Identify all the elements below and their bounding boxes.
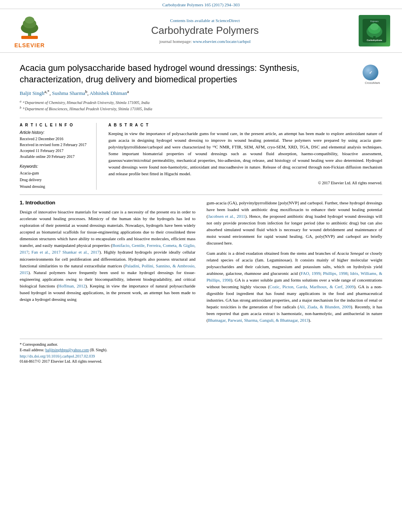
journal-title: Carbohydrate Polymers (59, 24, 351, 37)
body-col-right: gum-acacia (GA), polyvinylpyrrollidone [… (207, 200, 382, 327)
intro-para-2: gum-acacia (GA), polyvinylpyrrollidone [… (207, 200, 382, 247)
sciencedirect-link[interactable]: ScienceDirect (216, 18, 240, 23)
history-title: Article history: (20, 130, 90, 135)
elsevier-text: ELSEVIER (14, 42, 45, 48)
authors: Baljit Singha,*, Sushma Sharmab, Abhishe… (20, 89, 355, 96)
species-name: Acacia Senegal (337, 251, 364, 256)
svg-point-9 (370, 23, 379, 30)
carbo-logo: Carbohydrate Polymers (359, 15, 394, 46)
homepage-url[interactable]: www.elsevier.com/locate/carbpol (193, 39, 251, 44)
article-info-title: A R T I C L E I N F O (20, 123, 90, 127)
keywords-title: Keywords: (20, 164, 90, 169)
ref-cozic[interactable]: Cozic, Picton, Garda, Marlhoux, & Cerf, … (270, 284, 354, 289)
ref-ali[interactable]: Ali, Ziada, & Blunden, 2009 (299, 304, 351, 309)
page: Carbohydrate Polymers 165 (2017) 294–303… (0, 0, 402, 532)
keyword-list: Acacia-gum Drug delivery Wound dressing (20, 170, 90, 190)
author-baljit: Baljit Singh (20, 91, 44, 96)
svg-text:Polymers: Polymers (370, 20, 379, 22)
article-info: A R T I C L E I N F O Article history: R… (20, 123, 97, 190)
accepted-date: Accepted 11 February 2017 (20, 148, 90, 154)
received-date: Received 2 December 2016 (20, 136, 90, 142)
main-content: Acacia gum polysaccharide based hydrogel… (0, 53, 402, 335)
journal-link-bar: Carbohydrate Polymers 165 (2017) 294–303 (0, 0, 402, 9)
affiliation-a: a ᵃ Department of Chemistry, Himachal Pr… (20, 99, 355, 106)
header-area: ELSEVIER Contents lists available at Sci… (0, 9, 402, 53)
footer-copyright: 0144-8617/© 2017 Elsevier Ltd. All right… (20, 359, 382, 363)
homepage-link: journal homepage: www.elsevier.com/locat… (59, 39, 351, 44)
author-abhishek: Abhishek Dhiman (89, 91, 127, 96)
elsevier-logo: ELSEVIER (8, 13, 51, 48)
author-sushma: Sushma Sharma (52, 91, 85, 96)
body-divider (20, 195, 382, 195)
journal-volume-link[interactable]: Carbohydrate Polymers 165 (2017) 294–303 (162, 2, 240, 7)
crossmark-circle: ✓ (363, 65, 378, 80)
abstract-copyright: © 2017 Elsevier Ltd. All rights reserved… (108, 181, 382, 185)
keyword-3: Wound dressing (20, 183, 90, 190)
available-date: Available online 20 February 2017 (20, 154, 90, 159)
keyword-2: Drug delivery (20, 176, 90, 183)
ref-paladini[interactable]: Paladini, Pollini, Sannino, & Ambrosio, … (20, 263, 195, 275)
ref-fao[interactable]: FAO, 1999 (301, 271, 320, 276)
intro-para-3: Gum arabic is a dried exudation obtained… (207, 250, 382, 324)
keyword-1: Acacia-gum (20, 170, 90, 176)
header-center: Contents lists available at ScienceDirec… (59, 18, 351, 44)
contents-available: Contents lists available at ScienceDirec… (59, 18, 351, 23)
abstract-title: A B S T R A C T (108, 123, 382, 127)
info-abstract-row: A R T I C L E I N F O Article history: R… (20, 118, 382, 190)
body-columns: 1. Introduction Design of innovative bio… (20, 200, 382, 327)
ref-bhatnagar[interactable]: Bhatnagar, Parwani, Sharma, Ganguli, & B… (208, 318, 309, 323)
article-title: Acacia gum polysaccharide based hydrogel… (20, 63, 355, 85)
email-link[interactable]: baljitsinghhpu@yahoo.com (45, 348, 89, 352)
ref-hoffman[interactable]: Hoffman, 2012 (58, 284, 86, 288)
ref-jacobsen[interactable]: Jacobsen et al., 2011 (208, 214, 245, 219)
abstract-text: Keeping in view the importance of polysa… (108, 130, 382, 177)
ref-fan[interactable]: Fan et al., 2017 (32, 250, 61, 254)
crossmark-label: CrossMark (363, 81, 382, 85)
body-col-left: 1. Introduction Design of innovative bio… (20, 200, 195, 327)
article-title-text: Acacia gum polysaccharide based hydrogel… (20, 63, 355, 112)
svg-text:Carbohydrate: Carbohydrate (367, 39, 382, 41)
abstract-section: A B S T R A C T Keeping in view the impo… (108, 123, 382, 190)
carbo-logo-icon: Carbohydrate Polymers (363, 19, 386, 43)
footer-section: * Corresponding author. E-mail address: … (20, 339, 382, 365)
ref-phillips[interactable]: Phillips, 1998 (323, 271, 348, 276)
footer-email: E-mail address: baljitsinghhpu@yahoo.com… (20, 348, 382, 352)
affiliations: a ᵃ Department of Chemistry, Himachal Pr… (20, 99, 355, 112)
corresponding-note: * Corresponding author. (20, 342, 382, 347)
svg-point-4 (25, 17, 34, 24)
crossmark-badge: ✓ CrossMark (363, 65, 382, 85)
carbo-logo-box: Carbohydrate Polymers (359, 15, 390, 46)
affiliation-b: b ᵇ Department of Biosciences, Himachal … (20, 106, 355, 112)
revised-date: Received in revised form 2 February 2017 (20, 142, 90, 148)
section1-heading: 1. Introduction (20, 200, 195, 206)
svg-rect-5 (21, 36, 38, 39)
article-title-section: Acacia gum polysaccharide based hydrogel… (20, 57, 382, 116)
elsevier-tree-icon (16, 13, 43, 41)
ref-idris[interactable]: Idris, Williams, & Phillips, 1998 (207, 271, 382, 282)
ref-shankar[interactable]: Shankar et al., 2017 (63, 250, 100, 254)
footer-doi[interactable]: http://dx.doi.org/10.1016/j.carbpol.2017… (20, 354, 382, 358)
intro-para-1: Design of innovative bioactive materials… (20, 209, 195, 303)
